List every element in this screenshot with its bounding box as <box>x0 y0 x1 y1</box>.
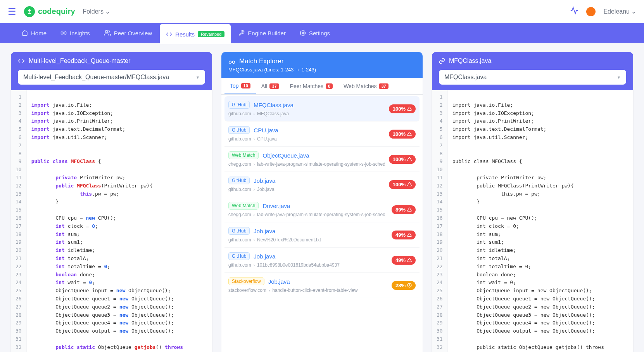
avatar[interactable] <box>586 7 596 16</box>
main-nav: Home Insights Peer Overview Results Reva… <box>0 23 644 43</box>
svg-point-1 <box>63 32 64 34</box>
logo-icon <box>24 6 35 17</box>
source-badge: Stackoverflow <box>228 277 264 285</box>
chevron-down-icon: ▼ <box>617 75 621 80</box>
source-panel-header: Multi-level_Feedback_Queue-master <box>11 52 212 70</box>
glasses-icon <box>228 58 235 65</box>
match-percentage-badge: 100% <box>389 180 416 189</box>
users-icon <box>104 29 111 36</box>
match-percentage-badge: 100% <box>389 104 416 113</box>
file-selector-right[interactable]: MFQClass.java ▼ <box>439 70 626 85</box>
match-explorer-panel: Match Explorer MFQClass.java (Lines: 1-2… <box>221 52 423 352</box>
match-panel-title: MFQClass.java <box>449 57 491 64</box>
chevron-down-icon: ⌄ <box>105 8 110 15</box>
source-badge: GitHub <box>228 177 250 184</box>
tab-top[interactable]: Top 10 <box>224 78 256 94</box>
match-percentage-badge: 100% <box>389 155 416 164</box>
match-list[interactable]: GitHub MFQClass.java github.com›MFQClass… <box>221 95 423 352</box>
match-filename: CPU.java <box>254 127 278 134</box>
match-path: chegg.com›lab-write-java-program-simulat… <box>228 161 389 167</box>
revamped-badge: Revamped <box>198 31 224 37</box>
match-panel-header: MFQClass.java <box>432 52 633 70</box>
match-file-panel: MFQClass.java MFQClass.java ▼ 1234567891… <box>432 52 633 352</box>
match-tabs: Top 10 All 37 Peer Matches 0 Web Matches… <box>221 78 423 95</box>
source-badge: GitHub <box>228 252 250 260</box>
tool-icon <box>238 30 245 36</box>
match-item[interactable]: Stackoverflow Job.java stackoverflow.com… <box>224 273 420 298</box>
main-content: Multi-level_Feedback_Queue-master Multi-… <box>0 43 644 352</box>
logo-text: codequiry <box>38 7 75 16</box>
match-percentage-badge: 49% <box>392 231 416 239</box>
tab-web-matches[interactable]: Web Matches 37 <box>338 78 394 94</box>
match-percentage-badge: 89% <box>392 205 416 214</box>
nav-peer-overview[interactable]: Peer Overview <box>98 23 158 43</box>
match-path: github.com›101bc8998b0e001619bda54abbba4… <box>228 262 392 268</box>
match-item[interactable]: GitHub Job.java github.com›New%20Text%20… <box>224 222 420 248</box>
svg-point-5 <box>233 61 235 63</box>
match-filename: Job.java <box>254 253 275 260</box>
match-path: github.com›CPU.java <box>228 136 389 142</box>
svg-point-3 <box>302 32 304 34</box>
source-badge: Web Match <box>228 151 259 159</box>
source-file-panel: Multi-level_Feedback_Queue-master Multi-… <box>11 52 212 352</box>
nav-home[interactable]: Home <box>16 23 53 43</box>
logo[interactable]: codequiry <box>24 6 75 17</box>
folders-dropdown[interactable]: Folders ⌄ <box>83 8 110 15</box>
match-explorer-title: Match Explorer <box>239 57 283 65</box>
code-content: import java.io.File; import java.io.IOEx… <box>27 90 212 352</box>
match-filename: Job.java <box>254 228 275 234</box>
nav-engine-builder[interactable]: Engine Builder <box>232 23 292 43</box>
code-icon <box>18 57 25 64</box>
chevron-down-icon: ▼ <box>196 75 200 80</box>
link-icon <box>439 58 445 64</box>
nav-settings[interactable]: Settings <box>294 23 336 43</box>
match-percentage-badge: 100% <box>389 130 416 139</box>
match-filename: ObjectQueue.java <box>262 152 309 159</box>
tab-all[interactable]: All 37 <box>256 78 285 94</box>
home-icon <box>22 30 28 36</box>
source-badge: Web Match <box>228 202 259 210</box>
match-path: github.com›MFQClass.java <box>228 111 389 116</box>
match-filename: Job.java <box>268 278 290 285</box>
svg-point-4 <box>229 61 231 63</box>
code-content: import java.io.File; import java.io.IOEx… <box>448 90 633 352</box>
source-panel-title: Multi-level_Feedback_Queue-master <box>29 57 130 64</box>
match-path: github.com›New%20Text%20Document.txt <box>228 237 392 243</box>
tab-peer-matches[interactable]: Peer Matches 0 <box>285 78 338 94</box>
match-path: github.com›Job.java <box>228 187 389 192</box>
top-header: ☰ codequiry Folders ⌄ Edeleanu ⌄ <box>0 0 644 23</box>
source-badge: GitHub <box>228 126 250 134</box>
svg-point-2 <box>105 30 107 33</box>
eye-icon <box>60 30 67 36</box>
line-gutter: 1234567891011121314151617181920212223242… <box>11 90 27 352</box>
match-filename: Driver.java <box>262 203 290 209</box>
source-code-viewer[interactable]: 1234567891011121314151617181920212223242… <box>11 90 212 352</box>
match-percentage-badge: 28% <box>392 281 416 290</box>
file-selector-left[interactable]: Multi-level_Feedback_Queue-master/MFQCla… <box>18 70 205 85</box>
source-badge: GitHub <box>228 227 250 235</box>
match-item[interactable]: GitHub MFQClass.java github.com›MFQClass… <box>224 96 420 121</box>
match-item[interactable]: Web Match Driver.java chegg.com›lab-writ… <box>224 197 420 222</box>
match-explorer-subtitle: MFQClass.java (Lines: 1-243 → 1-243) <box>228 67 316 73</box>
nav-insights[interactable]: Insights <box>54 23 96 43</box>
match-path: stackoverflow.com›handle-button-click-ev… <box>228 288 392 293</box>
activity-icon[interactable] <box>570 6 578 17</box>
match-item[interactable]: Web Match ObjectQueue.java chegg.com›lab… <box>224 147 420 172</box>
svg-point-0 <box>28 9 31 12</box>
match-code-viewer[interactable]: 1234567891011121314151617181920212223242… <box>432 90 633 352</box>
settings-icon <box>300 30 306 36</box>
user-menu[interactable]: Edeleanu ⌄ <box>603 8 636 15</box>
hamburger-menu-icon[interactable]: ☰ <box>8 6 16 17</box>
chevron-down-icon: ⌄ <box>631 8 636 15</box>
source-badge: GitHub <box>228 101 250 109</box>
line-gutter: 1234567891011121314151617181920212223242… <box>432 90 448 352</box>
match-explorer-header: Match Explorer MFQClass.java (Lines: 1-2… <box>221 52 423 78</box>
code-icon <box>166 31 172 37</box>
nav-results[interactable]: Results Revamped <box>160 24 231 44</box>
match-path: chegg.com›lab-write-java-program-simulat… <box>228 212 392 217</box>
match-item[interactable]: GitHub Job.java github.com›Job.java 100% <box>224 172 420 197</box>
match-filename: Job.java <box>254 177 275 184</box>
match-item[interactable]: GitHub Job.java github.com›101bc8998b0e0… <box>224 248 420 273</box>
match-item[interactable]: GitHub CPU.java github.com›CPU.java 100% <box>224 121 420 147</box>
match-filename: MFQClass.java <box>254 102 294 108</box>
